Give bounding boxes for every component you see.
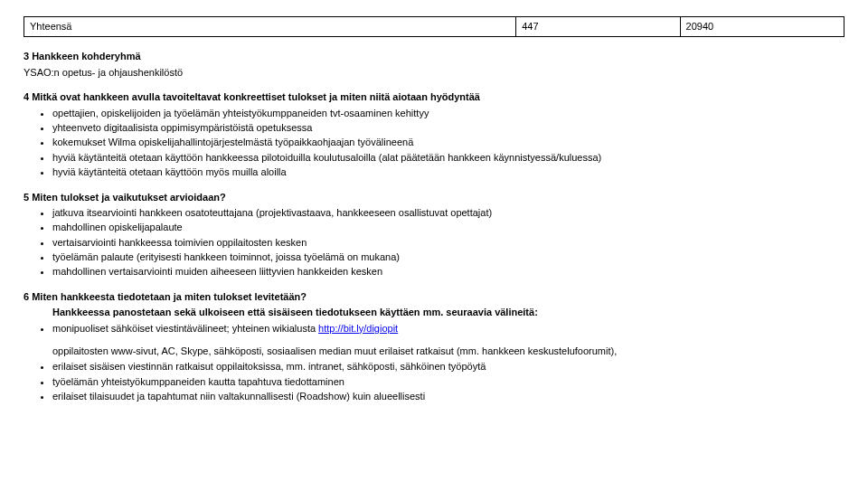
- list-item: kokemukset Wilma opiskelijahallintojärje…: [52, 136, 844, 149]
- table-row: Yhteensä 447 20940: [24, 17, 844, 37]
- section4-list: opettajien, opiskelijoiden ja työelämän …: [24, 107, 844, 180]
- section6-list-2: erilaiset sisäisen viestinnän ratkaisut …: [24, 360, 844, 403]
- section4-heading: 4 Mitkä ovat hankkeen avulla tavoiteltav…: [24, 90, 844, 104]
- section6-sub1: oppilaitosten www-sivut, AC, Skype, sähk…: [52, 345, 844, 358]
- section6-item1-prefix: monipuoliset sähköiset viestintävälineet…: [52, 323, 318, 334]
- list-item: opettajien, opiskelijoiden ja työelämän …: [52, 107, 844, 120]
- list-item: työelämän yhteistyökumppaneiden kautta t…: [52, 375, 844, 389]
- section6-heading: 6 Miten hankkeesta tiedotetaan ja miten …: [24, 290, 844, 304]
- section3-body: YSAO:n opetus- ja ohjaushenkilöstö: [24, 66, 844, 80]
- totals-label-cell: Yhteensä: [24, 17, 516, 37]
- totals-table: Yhteensä 447 20940: [24, 16, 844, 37]
- totals-col2-cell: 447: [516, 17, 680, 37]
- wiki-link[interactable]: http://bit.ly/digiopit: [318, 323, 398, 334]
- list-item: mahdollinen opiskelijapalaute: [52, 221, 844, 234]
- list-item: vertaisarviointi hankkeessa toimivien op…: [52, 236, 844, 250]
- list-item: erilaiset sisäisen viestinnän ratkaisut …: [52, 360, 844, 373]
- section6-list: monipuoliset sähköiset viestintävälineet…: [24, 322, 844, 336]
- section3-heading: 3 Hankkeen kohderyhmä: [24, 50, 844, 63]
- list-item: jatkuva itsearviointi hankkeen osatoteut…: [52, 206, 844, 220]
- list-item: yhteenveto digitaalisista oppimisympäris…: [52, 121, 844, 135]
- list-item: mahdollinen vertaisarviointi muiden aihe…: [52, 265, 844, 279]
- section5-list: jatkuva itsearviointi hankkeen osatoteut…: [24, 206, 844, 279]
- list-item: monipuoliset sähköiset viestintävälineet…: [52, 322, 844, 336]
- section5-heading: 5 Miten tulokset ja vaikutukset arvioida…: [24, 191, 844, 204]
- totals-col3-cell: 20940: [680, 17, 844, 37]
- list-item: hyviä käytänteitä otetaan käyttöön myös …: [52, 165, 844, 179]
- section6-intro: Hankkeessa panostetaan sekä ulkoiseen et…: [52, 306, 844, 319]
- list-item: erilaiset tilaisuudet ja tapahtumat niin…: [52, 390, 844, 403]
- list-item: hyviä käytänteitä otetaan käyttöön hankk…: [52, 151, 844, 165]
- list-item: työelämän palaute (erityisesti hankkeen …: [52, 250, 844, 264]
